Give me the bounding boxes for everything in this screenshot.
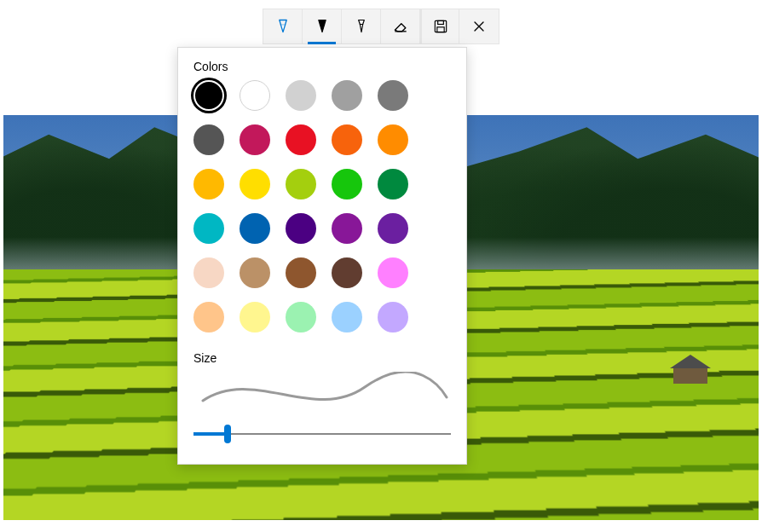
color-swatch-green[interactable] <box>332 169 362 200</box>
pencil-tool[interactable] <box>303 9 342 43</box>
canvas-background <box>673 367 707 384</box>
close-button[interactable] <box>459 9 499 43</box>
color-swatch-gray[interactable] <box>332 80 362 111</box>
color-swatch-blue[interactable] <box>240 213 270 244</box>
color-swatch-grid <box>193 80 451 332</box>
color-swatch-orange[interactable] <box>378 124 408 155</box>
stroke-size-preview <box>193 372 451 413</box>
size-label: Size <box>193 351 451 365</box>
color-swatch-lime[interactable] <box>286 169 316 200</box>
color-swatch-silver[interactable] <box>286 80 316 111</box>
color-swatch-light-orange[interactable] <box>193 302 224 332</box>
color-swatch-yellow[interactable] <box>240 169 270 200</box>
color-swatch-indigo[interactable] <box>286 213 316 244</box>
color-swatch-red[interactable] <box>286 124 316 155</box>
size-slider[interactable] <box>193 425 451 443</box>
color-swatch-lavender[interactable] <box>378 302 408 332</box>
save-button[interactable] <box>420 9 459 43</box>
colors-label: Colors <box>193 60 451 73</box>
save-icon <box>432 18 449 35</box>
drawing-toolbar <box>263 9 499 44</box>
slider-fill <box>193 432 228 436</box>
color-swatch-teal[interactable] <box>193 213 224 244</box>
eraser-tool[interactable] <box>381 9 420 43</box>
svg-rect-1 <box>437 20 443 24</box>
close-icon <box>470 18 488 35</box>
color-swatch-tan[interactable] <box>240 257 270 288</box>
highlighter-tool[interactable] <box>342 9 381 43</box>
highlighter-icon <box>353 18 370 35</box>
color-swatch-dark-gray[interactable] <box>378 80 408 111</box>
pen-settings-flyout: Colors Size <box>177 47 467 465</box>
eraser-icon <box>392 18 409 35</box>
color-swatch-brown[interactable] <box>286 257 316 288</box>
color-swatch-pink[interactable] <box>378 257 408 288</box>
color-swatch-light-green[interactable] <box>286 302 316 332</box>
color-swatch-light-blue[interactable] <box>332 302 362 332</box>
color-swatch-dark-brown[interactable] <box>332 257 362 288</box>
color-swatch-orange-red[interactable] <box>332 124 362 155</box>
color-swatch-dark-green[interactable] <box>378 169 408 200</box>
color-swatch-magenta[interactable] <box>240 124 270 155</box>
ballpoint-pen-tool[interactable] <box>263 9 303 43</box>
color-swatch-purple[interactable] <box>378 213 408 244</box>
color-swatch-white[interactable] <box>240 80 270 111</box>
slider-thumb[interactable] <box>224 425 231 443</box>
color-swatch-light-yellow[interactable] <box>240 302 270 332</box>
color-swatch-gold[interactable] <box>193 169 224 200</box>
color-swatch-violet[interactable] <box>332 213 362 244</box>
slider-track <box>193 433 451 435</box>
ballpoint-pen-icon <box>274 18 292 35</box>
pencil-icon <box>314 18 331 35</box>
color-swatch-black[interactable] <box>193 80 224 111</box>
svg-rect-2 <box>436 27 443 32</box>
color-swatch-charcoal[interactable] <box>193 124 224 155</box>
color-swatch-peach[interactable] <box>193 257 224 288</box>
